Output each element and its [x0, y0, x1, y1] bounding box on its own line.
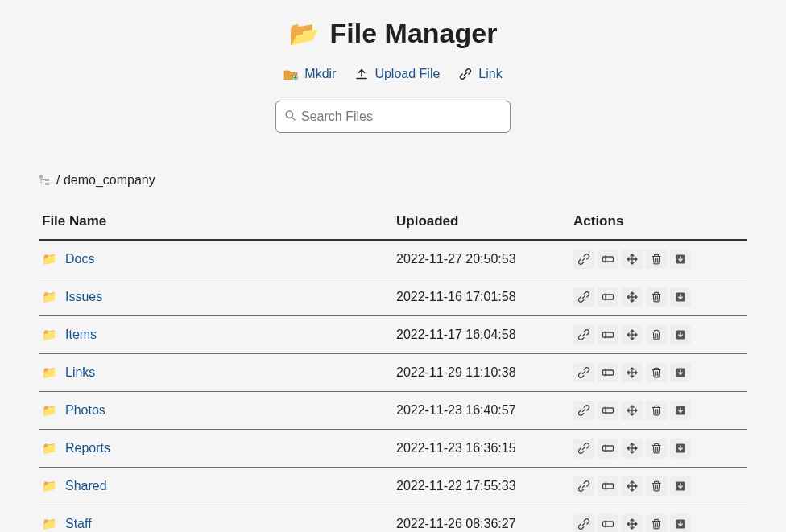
- uploaded-cell: 2022-11-23 16:36:15: [393, 430, 570, 468]
- action-move[interactable]: [622, 476, 643, 496]
- column-header-name: File Name: [39, 205, 393, 240]
- action-move[interactable]: [622, 287, 643, 307]
- action-link[interactable]: [573, 363, 594, 382]
- folder-icon: 📁: [42, 441, 57, 456]
- link-action-icon: [577, 518, 590, 530]
- action-download[interactable]: [670, 476, 691, 496]
- uploaded-cell: 2022-11-17 16:04:58: [393, 316, 570, 354]
- download-action-icon: [674, 328, 687, 341]
- action-download[interactable]: [670, 250, 691, 269]
- action-move[interactable]: [622, 363, 643, 382]
- action-rename[interactable]: [598, 476, 618, 496]
- delete-action-icon: [650, 480, 663, 493]
- folder-icon: 📁: [42, 479, 57, 493]
- action-download[interactable]: [670, 287, 691, 307]
- action-rename[interactable]: [598, 363, 618, 382]
- action-delete[interactable]: [646, 476, 667, 496]
- download-action-icon: [674, 404, 687, 417]
- download-action-icon: [674, 253, 687, 266]
- action-delete[interactable]: [646, 401, 667, 420]
- breadcrumb-path: / demo_company: [56, 173, 155, 188]
- uploaded-cell: 2022-11-23 16:40:57: [393, 392, 570, 430]
- search-field[interactable]: [275, 101, 511, 133]
- folder-link[interactable]: Staff: [65, 517, 92, 531]
- download-action-icon: [674, 291, 687, 303]
- action-move[interactable]: [622, 325, 643, 344]
- rename-action-icon: [602, 442, 614, 455]
- action-delete[interactable]: [646, 250, 667, 269]
- folder-link[interactable]: Links: [65, 365, 95, 380]
- action-rename[interactable]: [598, 514, 618, 532]
- action-rename[interactable]: [598, 439, 618, 458]
- table-row: 📁Items2022-11-17 16:04:58: [39, 316, 747, 354]
- actions-cell: [573, 363, 744, 382]
- link-button[interactable]: Link: [459, 67, 502, 81]
- action-download[interactable]: [670, 325, 691, 344]
- uploaded-cell: 2022-11-27 20:50:53: [393, 240, 570, 278]
- folder-icon: 📁: [42, 252, 57, 266]
- move-action-icon: [626, 480, 639, 493]
- svg-rect-4: [45, 183, 49, 185]
- action-move[interactable]: [622, 401, 643, 420]
- table-row: 📁Shared2022-11-22 17:55:33: [39, 468, 747, 505]
- folder-link[interactable]: Docs: [65, 252, 94, 266]
- actions-cell: [573, 287, 744, 307]
- column-header-actions: Actions: [570, 205, 747, 240]
- actions-cell: [573, 250, 744, 269]
- action-link[interactable]: [573, 325, 594, 344]
- action-link[interactable]: [573, 250, 594, 269]
- table-row: 📁Reports2022-11-23 16:36:15: [39, 430, 747, 468]
- folder-link[interactable]: Photos: [65, 403, 105, 418]
- action-link[interactable]: [573, 287, 594, 307]
- action-delete[interactable]: [646, 325, 667, 344]
- move-action-icon: [626, 404, 639, 417]
- delete-action-icon: [650, 366, 663, 379]
- action-link[interactable]: [573, 514, 594, 532]
- folder-link[interactable]: Reports: [65, 441, 110, 456]
- rename-action-icon: [602, 480, 614, 493]
- action-delete[interactable]: [646, 439, 667, 458]
- action-rename[interactable]: [598, 287, 618, 307]
- action-download[interactable]: [670, 401, 691, 420]
- breadcrumb: / demo_company: [39, 173, 747, 188]
- action-link[interactable]: [573, 401, 594, 420]
- action-rename[interactable]: [598, 401, 618, 420]
- action-move[interactable]: [622, 514, 643, 532]
- folder-link[interactable]: Items: [65, 328, 97, 342]
- action-rename[interactable]: [598, 250, 618, 269]
- folder-link[interactable]: Shared: [65, 479, 107, 493]
- move-action-icon: [626, 442, 639, 455]
- table-row: 📁Links2022-11-29 11:10:38: [39, 354, 747, 392]
- action-rename[interactable]: [598, 325, 618, 344]
- uploaded-cell: 2022-11-29 11:10:38: [393, 354, 570, 392]
- table-row: 📁Issues2022-11-16 17:01:58: [39, 278, 747, 316]
- uploaded-cell: 2022-11-22 17:55:33: [393, 468, 570, 505]
- action-move[interactable]: [622, 250, 643, 269]
- link-action-icon: [577, 404, 590, 417]
- search-input[interactable]: [301, 109, 502, 124]
- action-download[interactable]: [670, 363, 691, 382]
- action-download[interactable]: [670, 514, 691, 532]
- actions-cell: [573, 401, 744, 420]
- file-table: File Name Uploaded Actions 📁Docs2022-11-…: [39, 205, 747, 532]
- svg-rect-2: [39, 175, 43, 178]
- move-action-icon: [626, 366, 639, 379]
- rename-action-icon: [602, 404, 614, 417]
- action-delete[interactable]: [646, 514, 667, 532]
- action-link[interactable]: [573, 439, 594, 458]
- rename-action-icon: [602, 291, 614, 303]
- delete-action-icon: [650, 442, 663, 455]
- action-delete[interactable]: [646, 363, 667, 382]
- actions-cell: [573, 514, 744, 532]
- uploaded-cell: 2022-11-26 08:36:27: [393, 505, 570, 533]
- action-link[interactable]: [573, 476, 594, 496]
- mkdir-button[interactable]: Mkdir: [283, 67, 336, 81]
- table-row: 📁Staff2022-11-26 08:36:27: [39, 505, 747, 533]
- rename-action-icon: [602, 366, 614, 379]
- action-download[interactable]: [670, 439, 691, 458]
- folder-link[interactable]: Issues: [65, 290, 102, 304]
- uploaded-cell: 2022-11-16 17:01:58: [393, 278, 570, 316]
- upload-button[interactable]: Upload File: [355, 67, 440, 81]
- action-move[interactable]: [622, 439, 643, 458]
- action-delete[interactable]: [646, 287, 667, 307]
